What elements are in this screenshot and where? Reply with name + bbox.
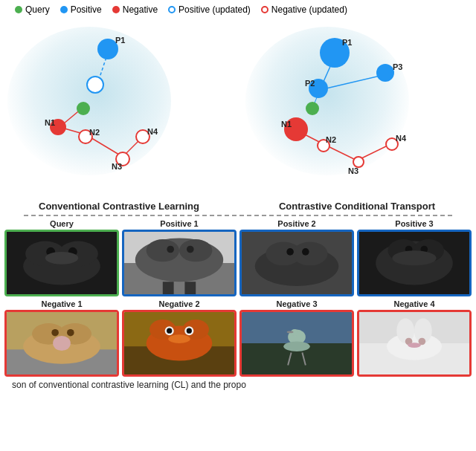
- positive-updated-dot: [168, 6, 176, 13]
- left-diagram-svg: P1 N1 N2 N3 N4: [0, 19, 238, 198]
- fox-svg: [124, 312, 234, 374]
- legend-positive-updated: Positive (updated): [168, 4, 251, 15]
- legend-negative-updated-label: Negative (updated): [271, 4, 347, 15]
- image-row-2: Negative 1 Negative 2: [0, 299, 476, 377]
- svg-point-34: [353, 157, 364, 167]
- svg-point-7: [87, 77, 103, 93]
- image-positive2: [239, 230, 354, 296]
- left-diagram: P1 N1 N2 N3 N4: [0, 19, 238, 198]
- query-dot: [15, 6, 22, 13]
- image-cell-query: Query: [4, 219, 119, 296]
- bird-svg: [242, 312, 352, 374]
- legend: Query Positive Negative Positive (update…: [0, 0, 476, 19]
- diagram-area: P1 N1 N2 N3 N4: [0, 19, 476, 198]
- rabbit-svg: [359, 312, 469, 374]
- svg-point-84: [168, 334, 190, 343]
- image-negative1: [4, 310, 119, 377]
- svg-point-8: [77, 102, 90, 115]
- image-label-negative3: Negative 3: [276, 299, 317, 308]
- image-negative2: [122, 310, 237, 377]
- svg-text:N1: N1: [281, 120, 292, 129]
- legend-positive-label: Positive: [71, 4, 102, 15]
- svg-point-83: [187, 328, 192, 334]
- svg-point-48: [147, 239, 179, 262]
- dog-black-svg: [7, 232, 117, 294]
- legend-positive: Positive: [60, 4, 102, 15]
- bottom-text-content: son of conventional contrastive learning…: [12, 380, 246, 390]
- image-label-query: Query: [50, 219, 74, 228]
- svg-point-82: [167, 328, 172, 334]
- svg-text:P1: P1: [342, 38, 352, 47]
- legend-query-label: Query: [25, 4, 50, 15]
- svg-point-74: [53, 336, 71, 351]
- image-label-negative1: Negative 1: [41, 299, 82, 308]
- svg-point-57: [292, 241, 327, 265]
- svg-point-58: [286, 248, 294, 256]
- negative-updated-dot: [261, 6, 268, 13]
- svg-point-72: [51, 329, 59, 337]
- left-diagram-label: Conventional Contrastive Learning: [0, 201, 238, 212]
- image-label-positive3: Positive 3: [395, 219, 433, 228]
- image-cell-negative4: Negative 4: [357, 299, 472, 377]
- image-cell-negative3: Negative 3: [239, 299, 354, 377]
- image-label-negative2: Negative 2: [158, 299, 199, 308]
- svg-text:N2: N2: [89, 128, 100, 137]
- image-cell-positive3: Positive 3: [357, 219, 472, 296]
- image-cell-positive1: Positive 1: [122, 219, 237, 296]
- svg-text:N2: N2: [326, 135, 336, 144]
- image-negative3: [239, 310, 354, 377]
- svg-point-66: [392, 250, 436, 265]
- image-query: [4, 230, 119, 296]
- image-cell-positive2: Positive 2: [239, 219, 354, 296]
- image-label-positive1: Positive 1: [160, 219, 198, 228]
- right-diagram: P1 P2 P3 N1 N2 N3 N4: [238, 19, 476, 198]
- right-diagram-svg: P1 P2 P3 N1 N2 N3 N4: [238, 19, 476, 198]
- image-cell-negative1: Negative 1: [4, 299, 119, 377]
- svg-point-27: [376, 64, 394, 82]
- svg-text:N3: N3: [348, 166, 358, 175]
- right-diagram-label: Contrastive Conditional Transport: [238, 201, 476, 212]
- svg-text:P3: P3: [393, 62, 402, 71]
- svg-line-18: [320, 75, 383, 90]
- svg-text:N4: N4: [147, 127, 158, 136]
- image-label-positive2: Positive 2: [277, 219, 315, 228]
- section-divider: [24, 215, 452, 216]
- svg-text:P1: P1: [115, 36, 125, 45]
- image-label-negative4: Negative 4: [393, 299, 434, 308]
- svg-text:N3: N3: [112, 162, 122, 171]
- svg-rect-53: [184, 282, 196, 294]
- svg-point-50: [167, 246, 174, 253]
- dog-gray-svg: [242, 232, 352, 294]
- svg-point-49: [179, 239, 212, 262]
- svg-point-92: [287, 331, 294, 334]
- dog-bw-svg: [124, 232, 234, 294]
- legend-query: Query: [15, 4, 50, 15]
- image-row-1: Query Positive 1: [0, 219, 476, 296]
- svg-point-88: [283, 341, 310, 351]
- legend-positive-updated-label: Positive (updated): [178, 4, 251, 15]
- svg-text:N1: N1: [45, 118, 55, 127]
- svg-text:N4: N4: [396, 134, 407, 143]
- bottom-text: son of conventional contrastive learning…: [0, 377, 476, 393]
- image-negative4: [357, 310, 472, 377]
- legend-negative-updated: Negative (updated): [261, 4, 347, 15]
- legend-negative-label: Negative: [123, 4, 158, 15]
- svg-rect-52: [163, 282, 174, 294]
- svg-point-29: [306, 102, 319, 115]
- image-cell-negative2: Negative 2: [122, 299, 237, 377]
- svg-point-51: [187, 246, 194, 253]
- svg-text:P2: P2: [305, 79, 315, 88]
- image-positive1: [122, 230, 237, 296]
- svg-point-47: [135, 238, 223, 282]
- legend-negative: Negative: [112, 4, 158, 15]
- image-positive3: [357, 230, 472, 296]
- diagram-labels: Conventional Contrastive Learning Contra…: [0, 198, 476, 215]
- dog-dark-svg: [359, 232, 469, 294]
- positive-dot: [60, 6, 68, 13]
- svg-point-59: [302, 248, 309, 256]
- negative-dot: [112, 6, 120, 13]
- svg-point-100: [408, 343, 421, 348]
- dog-lab-svg: [7, 312, 117, 374]
- svg-point-44: [45, 252, 78, 265]
- svg-point-73: [67, 329, 74, 337]
